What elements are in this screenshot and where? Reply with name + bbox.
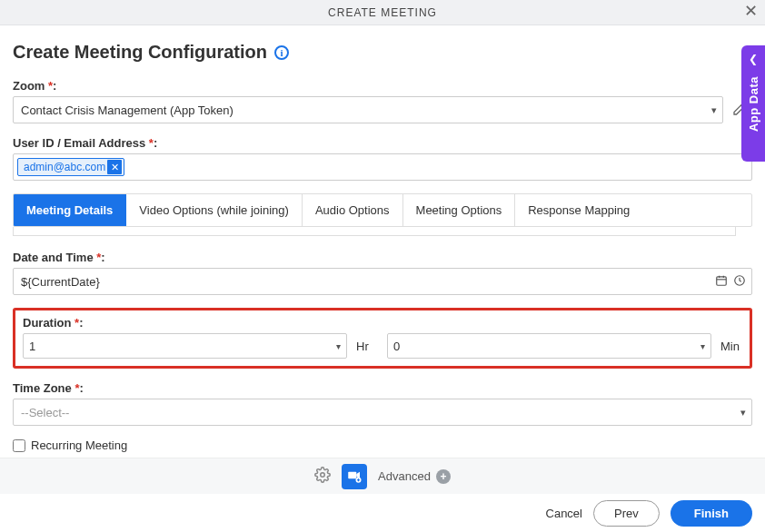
userid-tag: admin@abc.com ✕	[17, 158, 124, 176]
footer-toolbar: Advanced +	[0, 458, 765, 494]
cancel-button[interactable]: Cancel	[546, 507, 582, 520]
tab-meeting-details[interactable]: Meeting Details	[14, 194, 126, 226]
add-node-icon[interactable]	[342, 464, 367, 489]
duration-row-highlighted: Duration *: 1 Hr 0 Min	[13, 308, 752, 369]
svg-point-5	[321, 472, 325, 477]
zoom-select[interactable]: Contact Crisis Management (App Token)	[13, 96, 723, 123]
datetime-value: ${CurrentDate}	[21, 275, 100, 289]
tab-audio-options[interactable]: Audio Options	[303, 194, 403, 226]
hr-unit: Hr	[356, 340, 378, 353]
finish-button[interactable]: Finish	[671, 500, 752, 527]
app-data-panel-toggle[interactable]: ❮ App Data	[741, 45, 765, 162]
advanced-toggle[interactable]: Advanced +	[378, 469, 451, 484]
datetime-row: Date and Time *: ${CurrentDate}	[13, 251, 752, 295]
duration-minutes-select[interactable]: 0	[387, 333, 711, 359]
svg-rect-0	[717, 276, 727, 284]
timezone-label: Time Zone *:	[13, 381, 752, 395]
tab-response-mapping[interactable]: Response Mapping	[515, 194, 642, 226]
chevron-left-icon: ❮	[749, 53, 758, 65]
page-title-row: Create Meeting Configuration i	[13, 42, 752, 63]
timezone-row: Time Zone *: --Select--	[13, 381, 752, 426]
userid-input[interactable]: admin@abc.com ✕	[13, 153, 752, 181]
remove-tag-icon[interactable]: ✕	[107, 160, 122, 174]
userid-row: User ID / Email Address *: admin@abc.com…	[13, 136, 752, 181]
content-area: Create Meeting Configuration i Zoom *: C…	[0, 25, 765, 452]
tab-meeting-options[interactable]: Meeting Options	[403, 194, 516, 226]
tab-video-options[interactable]: Video Options (while joining)	[126, 194, 303, 226]
duration-label: Duration *:	[23, 316, 742, 330]
gear-icon[interactable]	[314, 467, 331, 487]
recurring-row: Recurring Meeting	[13, 438, 752, 452]
dialog-title: CREATE MEETING	[328, 6, 437, 19]
recurring-label: Recurring Meeting	[31, 438, 127, 452]
side-panel-label: App Data	[747, 76, 760, 132]
svg-rect-6	[348, 471, 356, 478]
zoom-label: Zoom *:	[13, 79, 752, 93]
page-title: Create Meeting Configuration	[13, 42, 267, 63]
dialog-header: CREATE MEETING ✕	[0, 0, 765, 25]
datetime-input[interactable]: ${CurrentDate}	[13, 268, 752, 295]
recurring-checkbox[interactable]	[13, 439, 25, 452]
duration-hours-select[interactable]: 1	[23, 333, 347, 359]
min-unit: Min	[720, 340, 742, 353]
datetime-label: Date and Time *:	[13, 251, 752, 264]
tab-body-edge	[13, 227, 736, 236]
zoom-row: Zoom *: Contact Crisis Management (App T…	[13, 79, 752, 123]
clock-icon[interactable]	[733, 274, 746, 290]
info-icon[interactable]: i	[274, 45, 289, 60]
close-icon[interactable]: ✕	[744, 3, 758, 19]
timezone-select[interactable]: --Select--	[13, 399, 752, 426]
plus-icon: +	[436, 469, 451, 484]
prev-button[interactable]: Prev	[593, 500, 660, 527]
userid-label: User ID / Email Address *:	[13, 136, 752, 150]
calendar-icon[interactable]	[715, 274, 728, 290]
zoom-value: Contact Crisis Management (App Token)	[21, 103, 233, 117]
footer-buttons: Cancel Prev Finish	[0, 494, 765, 532]
tabs: Meeting Details Video Options (while joi…	[13, 193, 752, 227]
